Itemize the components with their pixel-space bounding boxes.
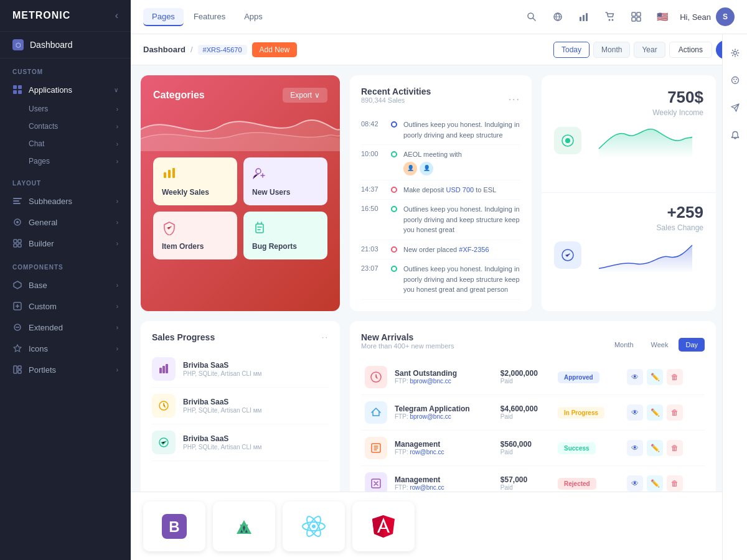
view-button[interactable]: 👁 bbox=[627, 369, 643, 385]
svg-rect-17 bbox=[18, 370, 21, 373]
view-button[interactable]: 👁 bbox=[627, 475, 643, 492]
sidebar-item-pages[interactable]: Pages › bbox=[0, 152, 131, 170]
sales-progress-card: Sales Progress ·· Briviba SaaS PHP, SQLi… bbox=[141, 321, 340, 513]
mini-card-weekly-sales[interactable]: Weekly Sales bbox=[153, 157, 237, 205]
sidebar-item-base[interactable]: Base › bbox=[0, 274, 131, 296]
right-notification-icon[interactable] bbox=[726, 126, 744, 144]
table-row: ManagementFTP: row@bnc.cc $560,000Paid S… bbox=[361, 430, 705, 465]
chart-icon[interactable] bbox=[575, 8, 593, 26]
view-button[interactable]: 👁 bbox=[627, 404, 643, 421]
arrival-app-icon bbox=[365, 366, 387, 388]
mini-card-item-orders[interactable]: Item Orders bbox=[153, 212, 237, 259]
react-logo[interactable] bbox=[283, 502, 345, 551]
period-month-button[interactable]: Month bbox=[593, 42, 630, 58]
income-sparkline bbox=[588, 121, 703, 160]
export-button[interactable]: Export ∨ bbox=[283, 88, 327, 103]
svg-rect-0 bbox=[13, 85, 17, 89]
svg-rect-3 bbox=[18, 90, 22, 94]
sidebar-item-general[interactable]: General › bbox=[0, 212, 131, 233]
search-icon[interactable] bbox=[523, 8, 540, 26]
actions-button[interactable]: Actions bbox=[669, 42, 712, 58]
add-new-button[interactable]: Add New bbox=[252, 42, 298, 57]
action-icons: 👁 ✏️ 🗑 bbox=[627, 404, 701, 421]
general-icon bbox=[12, 217, 22, 227]
bootstrap-logo[interactable]: B bbox=[143, 502, 205, 551]
arrival-app-icon bbox=[365, 437, 387, 459]
svg-rect-28 bbox=[637, 17, 641, 21]
sales-sparkline bbox=[588, 236, 703, 275]
svg-rect-22 bbox=[586, 13, 588, 21]
svg-text:B: B bbox=[169, 518, 179, 534]
period-week-tab[interactable]: Week bbox=[644, 338, 675, 352]
sales-menu[interactable]: ·· bbox=[322, 332, 329, 342]
period-year-button[interactable]: Year bbox=[634, 42, 665, 58]
right-settings-icon[interactable] bbox=[726, 44, 744, 62]
period-day-tab[interactable]: Day bbox=[679, 338, 705, 352]
user-info[interactable]: Hi, Sean S bbox=[680, 7, 735, 26]
activities-subtitle: 890,344 Sales bbox=[361, 96, 431, 104]
cart-icon[interactable] bbox=[601, 8, 619, 26]
sidebar-item-extended[interactable]: Extended › bbox=[0, 317, 131, 338]
arrivals-subtitle: More than 400+ new members bbox=[361, 342, 454, 350]
topnav-icons: 🇺🇸 Hi, Sean S bbox=[523, 7, 735, 26]
sidebar-item-subheaders[interactable]: Subheaders › bbox=[0, 190, 131, 212]
activity-dot bbox=[391, 151, 397, 157]
weekly-income-value: 750$ bbox=[554, 88, 703, 107]
mini-card-bug-reports[interactable]: Bug Reports bbox=[243, 212, 327, 259]
period-month-tab[interactable]: Month bbox=[608, 338, 641, 352]
svg-rect-12 bbox=[18, 244, 21, 247]
right-palette-icon[interactable] bbox=[726, 72, 744, 89]
activities-menu[interactable]: ··· bbox=[509, 94, 520, 105]
sidebar-item-applications[interactable]: Applications ∨ bbox=[0, 79, 131, 100]
grid-icon[interactable] bbox=[627, 8, 645, 26]
sidebar-item-dashboard[interactable]: ⬡ Dashboard bbox=[0, 32, 131, 58]
delete-button[interactable]: 🗑 bbox=[667, 369, 683, 385]
wave-chart bbox=[141, 108, 340, 151]
main-area: Pages Features Apps 🇺🇸 Hi, Sean bbox=[131, 0, 747, 560]
tab-apps[interactable]: Apps bbox=[235, 8, 271, 26]
svg-rect-20 bbox=[580, 17, 581, 21]
activity-item: 16:50 Outlines keep you honest. Indulgin… bbox=[361, 200, 520, 240]
edit-button[interactable]: ✏️ bbox=[647, 369, 663, 385]
activity-item: 14:37 Make deposit USD 700 to ESL bbox=[361, 180, 520, 200]
sidebar-item-portlets[interactable]: Portlets › bbox=[0, 359, 131, 380]
flag-icon[interactable]: 🇺🇸 bbox=[654, 8, 671, 26]
svg-rect-29 bbox=[164, 172, 166, 178]
sidebar-item-custom[interactable]: Custom › bbox=[0, 296, 131, 317]
period-today-button[interactable]: Today bbox=[553, 42, 590, 58]
sidebar-section-layout: LAYOUT bbox=[0, 170, 131, 190]
svg-rect-30 bbox=[168, 170, 171, 178]
svg-rect-15 bbox=[14, 366, 17, 373]
sales-item: Briviba SaaS PHP, SQLite, Artisan CLI мм bbox=[152, 388, 329, 424]
sidebar-item-users[interactable]: Users › bbox=[0, 100, 131, 118]
edit-button[interactable]: ✏️ bbox=[647, 475, 663, 492]
sidebar-item-chat[interactable]: Chat › bbox=[0, 135, 131, 152]
avatar: 👤 bbox=[403, 162, 417, 175]
user-avatar: S bbox=[716, 7, 735, 26]
base-icon bbox=[12, 280, 22, 290]
action-icons: 👁 ✏️ 🗑 bbox=[627, 440, 701, 456]
svg-point-63 bbox=[735, 81, 736, 82]
topnav-tabs: Pages Features Apps bbox=[143, 8, 520, 26]
sidebar-item-icons[interactable]: Icons › bbox=[0, 338, 131, 359]
sidebar-toggle-icon[interactable]: ‹ bbox=[115, 10, 118, 21]
delete-button[interactable]: 🗑 bbox=[667, 475, 683, 492]
sidebar-item-builder[interactable]: Builder › bbox=[0, 233, 131, 254]
content-wrapper: Categories Export ∨ bbox=[131, 65, 747, 560]
vue-logo[interactable]: V bbox=[213, 502, 275, 551]
breadcrumb-dashboard: Dashboard bbox=[143, 45, 186, 54]
mini-card-new-users[interactable]: New Users bbox=[243, 157, 327, 205]
delete-button[interactable]: 🗑 bbox=[667, 404, 683, 421]
svg-point-60 bbox=[731, 77, 738, 84]
sidebar-item-contacts[interactable]: Contacts › bbox=[0, 118, 131, 135]
tab-features[interactable]: Features bbox=[185, 8, 234, 26]
edit-button[interactable]: ✏️ bbox=[647, 404, 663, 421]
delete-button[interactable]: 🗑 bbox=[667, 440, 683, 456]
network-icon[interactable] bbox=[549, 8, 566, 26]
tab-pages[interactable]: Pages bbox=[143, 8, 184, 26]
recent-activities-card: Recent Activities 890,344 Sales ··· 08:4… bbox=[350, 75, 532, 311]
view-button[interactable]: 👁 bbox=[627, 440, 643, 456]
edit-button[interactable]: ✏️ bbox=[647, 440, 663, 456]
right-send-icon[interactable] bbox=[726, 99, 744, 116]
angular-logo[interactable] bbox=[352, 502, 415, 551]
